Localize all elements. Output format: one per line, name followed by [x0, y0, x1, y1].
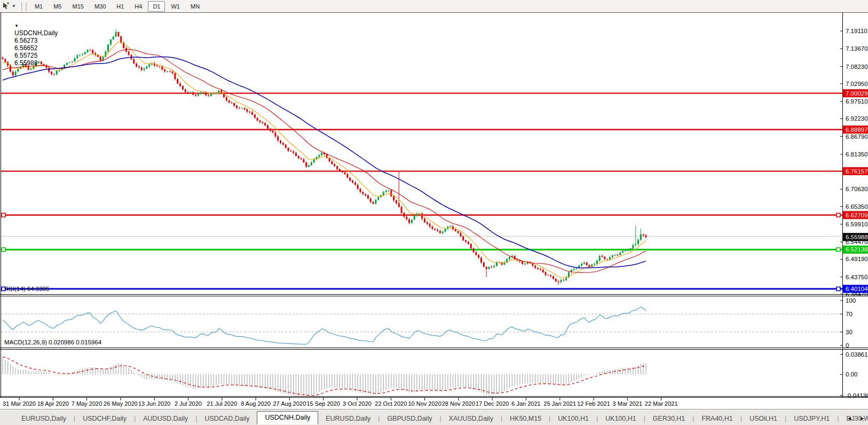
tab-usdcad-daily[interactable]: USDCAD,Daily: [197, 413, 257, 424]
hline-handle[interactable]: [837, 213, 840, 217]
tab-fra40-h1[interactable]: FRA40,H1: [694, 413, 740, 424]
tab-eurusd-daily[interactable]: EURUSD,Daily: [14, 413, 74, 424]
ohlc-open: 6.56273: [14, 37, 37, 44]
toolbar-grip-handle[interactable]: [25, 2, 27, 11]
rsi-indicator-label: RSI(14) 64.0305: [4, 286, 49, 292]
price-badge-6.76157: 6.76157: [846, 168, 868, 175]
price-tick-label: 7.02950: [846, 81, 868, 87]
price-tick-label: 7.08230: [846, 64, 868, 70]
price-badge-6.55988: 6.55988: [846, 234, 868, 240]
hline-handle[interactable]: [2, 213, 5, 217]
tab-scroll-right-icon[interactable]: ►: [859, 416, 865, 421]
price-badge-6.52138: 6.52138: [846, 246, 868, 253]
chart-tabs: EURUSD,Daily|USDCHF,Daily|AUDUSD,Daily|U…: [0, 410, 868, 425]
timeframe-buttons: M1M5M15M30H1H4D1W1MN: [29, 1, 205, 12]
price-tick-label: 6.65350: [846, 203, 868, 210]
rsi-scale-label: 70: [846, 311, 853, 317]
ohlc-close: 6.55988: [14, 59, 37, 67]
date-label: 18 Apr 2020: [37, 400, 69, 407]
date-label: 26 May 2020: [104, 400, 138, 407]
macd-indicator-label: MACD(12,26,9) 0.020986 0.015964: [4, 339, 101, 345]
timeframe-button-m1[interactable]: M1: [30, 1, 48, 12]
tab-scroll-arrows: ◄ ►: [847, 416, 865, 421]
timeframe-button-m15[interactable]: M15: [67, 1, 88, 12]
price-tick-label: 6.49190: [846, 256, 868, 262]
tab-gbpusd-daily[interactable]: GBPUSD,Daily: [380, 413, 439, 424]
date-label: 28 Nov 2020: [442, 400, 475, 407]
date-label: 3 Oct 2020: [343, 400, 372, 407]
tab-usdjpy-h1[interactable]: USDJPY,H1: [786, 413, 837, 424]
timeframe-button-m30[interactable]: M30: [90, 1, 111, 12]
date-label: 7 May 2020: [72, 400, 102, 407]
price-badge-6.40104: 6.40104: [846, 286, 868, 292]
timeframe-toolbar: ▼ M1M5M15M30H1H4D1W1MN: [0, 0, 868, 13]
date-label: 10 Nov 2020: [408, 400, 441, 407]
macd-scale-label: 0.038615: [846, 351, 868, 358]
price-badge-6.62709: 6.62709: [846, 212, 868, 218]
timeframe-button-d1[interactable]: D1: [148, 1, 165, 12]
price-tick-label: 6.97510: [846, 98, 868, 105]
hline-handle[interactable]: [837, 287, 840, 291]
price-badge-7.00029: 7.00029: [846, 90, 868, 97]
hline-handle[interactable]: [837, 248, 840, 251]
price-tick-label: 6.81350: [846, 151, 868, 158]
date-label: 27 Aug 2020: [273, 400, 306, 407]
tab-usdcnh-daily[interactable]: USDCNH,Daily: [257, 411, 318, 424]
rsi-scale-label: 30: [846, 329, 853, 335]
trading-platform-window: ▼ M1M5M15M30H1H4D1W1MN 7.191107.136707.0…: [0, 0, 868, 425]
date-label: 6 Jan 2021: [511, 400, 540, 407]
tab-usdchf-daily[interactable]: USDCHF,Daily: [75, 413, 134, 424]
timeframe-button-h4[interactable]: H4: [130, 1, 147, 12]
date-label: 2 Jul 2020: [175, 400, 202, 407]
ohlc-low: 6.55725: [14, 52, 37, 59]
tab-eurusd-daily[interactable]: EURUSD,Daily: [318, 413, 378, 424]
cursor-tool-button[interactable]: ▼: [0, 1, 18, 12]
chart-window: 7.191107.136707.082307.029506.975106.922…: [0, 12, 868, 409]
date-label: 25 Jan 2021: [544, 400, 577, 407]
price-tick-label: 6.70630: [846, 186, 868, 192]
timeframe-button-m5[interactable]: M5: [49, 1, 66, 12]
price-tick-label: 7.13670: [846, 45, 868, 52]
timeframe-button-h1[interactable]: H1: [112, 1, 129, 12]
price-tick-label: 7.19110: [846, 28, 867, 34]
ohlc-high: 6.56652: [14, 44, 37, 52]
date-label: 21 Jul 2020: [207, 400, 237, 407]
tab-audusd-daily[interactable]: AUDUSD,Daily: [136, 413, 195, 424]
chart-canvas[interactable]: 7.191107.136707.082307.029506.975106.922…: [0, 12, 868, 409]
tab-hk50-m15[interactable]: HK50,M15: [502, 413, 549, 424]
chart-symbol-label: USDCNH,Daily: [14, 29, 58, 37]
price-tick-label: 6.59910: [846, 221, 868, 227]
tab-scroll-left-icon[interactable]: ◄: [847, 416, 852, 421]
date-label: 13 Jun 2020: [138, 400, 171, 407]
hline-handle[interactable]: [2, 248, 5, 251]
rsi-scale-label: 0: [846, 342, 849, 349]
date-label: 3 Mar 2021: [613, 400, 643, 407]
collapse-caret-icon[interactable]: ▼: [14, 23, 19, 28]
tab-xauusd-daily[interactable]: XAUUSD,Daily: [441, 413, 501, 424]
date-label: 22 Mar 2021: [645, 400, 678, 407]
date-label: 17 Dec 2020: [476, 400, 509, 407]
timeframe-button-w1[interactable]: W1: [166, 1, 185, 12]
date-label: 8 Aug 2020: [241, 400, 271, 407]
price-tick-label: 6.86790: [846, 133, 868, 140]
timeframe-button-mn[interactable]: MN: [186, 1, 204, 12]
chart-cursor-icon: [2, 2, 10, 10]
date-label: 22 Oct 2020: [375, 400, 407, 407]
tab-usoil-h1[interactable]: USOil,H1: [742, 413, 785, 424]
chart-title: ▼ USDCNH,Daily 6.56273 6.56652 6.55725 6…: [4, 14, 60, 74]
rsi-scale-label: 100: [846, 297, 856, 304]
price-tick-label: 6.43750: [846, 274, 868, 280]
tab-uk100-h1[interactable]: UK100,H1: [550, 413, 596, 424]
chart-tab-bar: EURUSD,Daily|USDCHF,Daily|AUDUSD,Daily|U…: [0, 409, 868, 425]
date-label: 12 Feb 2021: [577, 400, 610, 407]
tab-ger30-h1[interactable]: GER30,H1: [645, 413, 692, 424]
macd-scale-label: -0.041306: [846, 392, 868, 399]
date-label: 15 Sep 2020: [307, 400, 340, 407]
cursor-tool-caret-icon[interactable]: ▼: [12, 4, 16, 9]
price-badge-6.88897: 6.88897: [846, 127, 868, 133]
macd-scale-label: 0.00: [846, 371, 857, 377]
date-label: 31 Mar 2020: [3, 400, 36, 407]
price-tick-label: 6.92230: [846, 115, 868, 122]
toolbar-separator: [20, 2, 22, 11]
tab-uk100-h1[interactable]: UK100,H1: [598, 413, 644, 424]
